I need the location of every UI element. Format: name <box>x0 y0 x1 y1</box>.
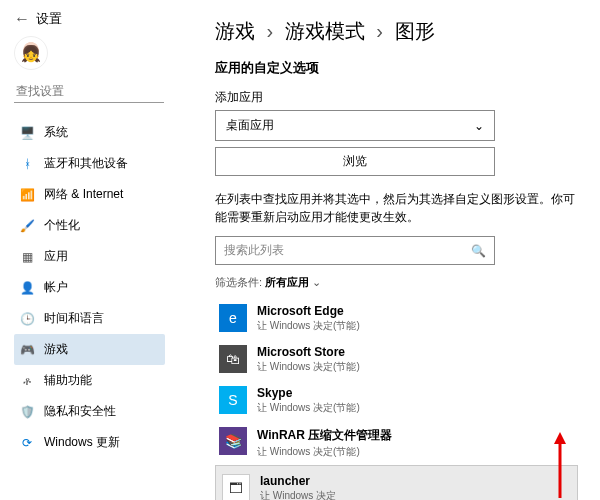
filter-row[interactable]: 筛选条件: 所有应用 ⌄ <box>215 275 578 290</box>
back-arrow-icon[interactable]: ← <box>14 10 30 28</box>
app-subtitle: 让 Windows 决定(节能) <box>257 319 574 333</box>
sidebar-item-label: 时间和语言 <box>44 310 104 327</box>
chevron-down-icon: ⌄ <box>474 119 484 133</box>
app-name: launcher <box>260 474 571 488</box>
sidebar-item-icon: 👤 <box>20 281 34 295</box>
app-list-item[interactable]: S Skype 让 Windows 决定(节能) <box>215 380 578 421</box>
breadcrumb-root[interactable]: 游戏 <box>215 20 255 42</box>
search-placeholder-text: 搜索此列表 <box>224 242 284 259</box>
app-list-item[interactable]: 🗔 launcher 让 Windows 决定 C:\Program Files… <box>215 465 578 500</box>
app-list-search[interactable]: 搜索此列表 🔍 <box>215 236 495 265</box>
app-icon: S <box>219 386 247 414</box>
main-panel: 游戏 › 游戏模式 › 图形 应用的自定义选项 添加应用 桌面应用 ⌄ 浏览 在… <box>175 0 600 500</box>
app-icon: 🛍 <box>219 345 247 373</box>
app-meta: Skype 让 Windows 决定(节能) <box>257 386 574 415</box>
settings-sidebar: ← 设置 👧 🖥️系统ᚼ蓝牙和其他设备📶网络 & Internet🖌️个性化▦应… <box>0 0 175 500</box>
chevron-right-icon: › <box>267 20 274 42</box>
chevron-down-icon: ⌄ <box>312 276 321 288</box>
sidebar-item-label: 帐户 <box>44 279 68 296</box>
sidebar-item-icon: 🖌️ <box>20 219 34 233</box>
sidebar-item-label: 网络 & Internet <box>44 186 123 203</box>
sidebar-item[interactable]: ⟳Windows 更新 <box>14 427 165 458</box>
chevron-right-icon: › <box>376 20 383 42</box>
sidebar-item[interactable]: 📶网络 & Internet <box>14 179 165 210</box>
custom-options-title: 应用的自定义选项 <box>215 59 578 77</box>
app-name: Skype <box>257 386 574 400</box>
sidebar-item-icon: ᚼ <box>20 157 34 171</box>
app-meta: Microsoft Store 让 Windows 决定(节能) <box>257 345 574 374</box>
app-subtitle: 让 Windows 决定(节能) <box>257 360 574 374</box>
sidebar-nav: 🖥️系统ᚼ蓝牙和其他设备📶网络 & Internet🖌️个性化▦应用👤帐户🕒时间… <box>14 117 165 458</box>
sidebar-item-label: 应用 <box>44 248 68 265</box>
app-icon: 📚 <box>219 427 247 455</box>
app-list-item[interactable]: e Microsoft Edge 让 Windows 决定(节能) <box>215 298 578 339</box>
app-name: Microsoft Store <box>257 345 574 359</box>
sidebar-item-icon: ▦ <box>20 250 34 264</box>
window-title: 设置 <box>36 10 62 28</box>
app-name: Microsoft Edge <box>257 304 574 318</box>
app-list-item[interactable]: 📚 WinRAR 压缩文件管理器 让 Windows 决定(节能) <box>215 421 578 465</box>
breadcrumb-current: 图形 <box>395 20 435 42</box>
sidebar-item[interactable]: 🖌️个性化 <box>14 210 165 241</box>
sidebar-item-icon: 🛡️ <box>20 405 34 419</box>
app-type-select[interactable]: 桌面应用 ⌄ <box>215 110 495 141</box>
sidebar-item-icon: 🕒 <box>20 312 34 326</box>
sidebar-item-label: 蓝牙和其他设备 <box>44 155 128 172</box>
sidebar-item-label: 游戏 <box>44 341 68 358</box>
app-icon: e <box>219 304 247 332</box>
sidebar-item[interactable]: ▦应用 <box>14 241 165 272</box>
sidebar-item[interactable]: ቶ辅助功能 <box>14 365 165 396</box>
browse-button[interactable]: 浏览 <box>215 147 495 176</box>
sidebar-item[interactable]: 🕒时间和语言 <box>14 303 165 334</box>
app-name: WinRAR 压缩文件管理器 <box>257 427 574 444</box>
app-list-item[interactable]: 🛍 Microsoft Store 让 Windows 决定(节能) <box>215 339 578 380</box>
app-type-value: 桌面应用 <box>226 117 274 134</box>
instruction-text: 在列表中查找应用并将其选中，然后为其选择自定义图形设置。你可能需要重新启动应用才… <box>215 190 578 226</box>
add-app-label: 添加应用 <box>215 89 578 106</box>
sidebar-item-icon: 🖥️ <box>20 126 34 140</box>
sidebar-item-label: 辅助功能 <box>44 372 92 389</box>
app-subtitle: 让 Windows 决定(节能) <box>257 401 574 415</box>
sidebar-item-icon: ቶ <box>20 374 34 388</box>
sidebar-item[interactable]: 🛡️隐私和安全性 <box>14 396 165 427</box>
sidebar-item-label: 系统 <box>44 124 68 141</box>
app-subtitle: 让 Windows 决定 <box>260 489 571 500</box>
filter-value: 所有应用 <box>265 276 309 288</box>
user-avatar[interactable]: 👧 <box>14 36 48 70</box>
sidebar-item-label: Windows 更新 <box>44 434 120 451</box>
app-meta: WinRAR 压缩文件管理器 让 Windows 决定(节能) <box>257 427 574 459</box>
search-icon: 🔍 <box>471 244 486 258</box>
app-meta: Microsoft Edge 让 Windows 决定(节能) <box>257 304 574 333</box>
sidebar-item[interactable]: 👤帐户 <box>14 272 165 303</box>
sidebar-item-icon: ⟳ <box>20 436 34 450</box>
app-list: e Microsoft Edge 让 Windows 决定(节能) 🛍 Micr… <box>215 298 578 500</box>
sidebar-item[interactable]: ᚼ蓝牙和其他设备 <box>14 148 165 179</box>
app-icon: 🗔 <box>222 474 250 500</box>
sidebar-item-label: 隐私和安全性 <box>44 403 116 420</box>
breadcrumb: 游戏 › 游戏模式 › 图形 <box>215 18 578 45</box>
sidebar-item-icon: 🎮 <box>20 343 34 357</box>
filter-prefix: 筛选条件: <box>215 276 262 288</box>
app-meta: launcher 让 Windows 决定 C:\Program Files\G… <box>260 474 571 500</box>
sidebar-item[interactable]: 🎮游戏 <box>14 334 165 365</box>
sidebar-search-input[interactable] <box>14 80 164 103</box>
breadcrumb-mid[interactable]: 游戏模式 <box>285 20 365 42</box>
app-subtitle: 让 Windows 决定(节能) <box>257 445 574 459</box>
sidebar-item-label: 个性化 <box>44 217 80 234</box>
sidebar-item[interactable]: 🖥️系统 <box>14 117 165 148</box>
sidebar-item-icon: 📶 <box>20 188 34 202</box>
